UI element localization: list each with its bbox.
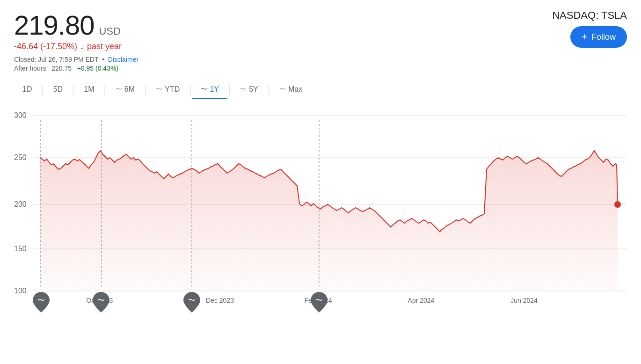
news-pin-2[interactable]: 〜 bbox=[93, 292, 109, 314]
tab-max[interactable]: 〜Max bbox=[271, 80, 311, 99]
tab-5y[interactable]: 〜5Y bbox=[232, 80, 267, 99]
disclaimer-link[interactable]: Disclaimer bbox=[108, 56, 138, 63]
price-currency: USD bbox=[99, 25, 120, 37]
after-hours-value: 220.75 bbox=[51, 65, 72, 72]
closed-text: Closed: Jul 26, 7:59 PM EDT bbox=[14, 56, 98, 63]
price-change-text: -46.64 (-17.50%) bbox=[14, 42, 77, 51]
tab-icon-5y: 〜 bbox=[240, 85, 247, 94]
after-hours: After hours 220.75 +0.95 (0.43%) bbox=[14, 65, 138, 72]
x-label-apr: Apr 2024 bbox=[408, 297, 435, 304]
nasdaq-block: NASDAQ: TSLA + Follow bbox=[552, 9, 627, 48]
follow-plus: + bbox=[582, 31, 588, 43]
y-label-300: 300 bbox=[14, 111, 27, 119]
nasdaq-label: NASDAQ: TSLA bbox=[552, 9, 627, 22]
chart-fill bbox=[40, 151, 618, 291]
news-pin-1[interactable]: 〜 bbox=[33, 292, 50, 314]
tab-5d[interactable]: 5D bbox=[45, 80, 71, 99]
price-value: 219.80 bbox=[14, 9, 94, 41]
svg-text:〜: 〜 bbox=[315, 296, 323, 304]
tab-ytd[interactable]: 〜YTD bbox=[147, 80, 188, 99]
tab-icon-ytd: 〜 bbox=[156, 85, 162, 94]
current-price-dot bbox=[614, 201, 621, 208]
y-label-150: 150 bbox=[14, 245, 27, 253]
y-label-100: 100 bbox=[14, 287, 27, 295]
tab-1m[interactable]: 1M bbox=[75, 80, 102, 99]
after-hours-change: +0.95 (0.43%) bbox=[77, 65, 118, 72]
after-hours-label: After hours bbox=[14, 65, 46, 72]
svg-text:〜: 〜 bbox=[188, 296, 196, 304]
price-change: -46.64 (-17.50%) ↓ past year bbox=[14, 42, 138, 51]
svg-text:〜: 〜 bbox=[37, 296, 45, 304]
x-label-jun: Jun 2024 bbox=[510, 297, 538, 304]
news-pin-3[interactable]: 〜 bbox=[183, 292, 200, 314]
price-change-arrow: ↓ bbox=[80, 42, 84, 51]
y-label-200: 200 bbox=[14, 200, 27, 208]
price-change-period: past year bbox=[87, 42, 122, 51]
tab-icon-6m: 〜 bbox=[116, 85, 122, 94]
follow-label: Follow bbox=[591, 32, 616, 42]
follow-button[interactable]: + Follow bbox=[570, 26, 627, 48]
tab-1d[interactable]: 1D bbox=[14, 80, 40, 99]
tab-1y[interactable]: 〜1Y bbox=[192, 80, 227, 99]
news-pin-4[interactable]: 〜 bbox=[311, 292, 328, 314]
x-label-dec: Dec 2023 bbox=[206, 297, 234, 304]
tab-icon-1y: 〜 bbox=[201, 85, 207, 94]
price-block: 219.80 USD -46.64 (-17.50%) ↓ past year … bbox=[14, 9, 138, 72]
y-label-250: 250 bbox=[14, 153, 27, 161]
time-period-tabs: 1D | 5D | 1M | 〜6M | 〜YTD | 〜1Y | 〜5Y | … bbox=[14, 80, 627, 99]
svg-text:〜: 〜 bbox=[97, 296, 105, 304]
stock-chart: 300 250 200 150 100 Oct 2023 Dec 2023 Fe… bbox=[14, 104, 627, 305]
price-meta: Closed: Jul 26, 7:59 PM EDT • Disclaimer bbox=[14, 54, 138, 65]
tab-6m[interactable]: 〜6M bbox=[107, 80, 143, 99]
tab-icon-max: 〜 bbox=[279, 85, 286, 94]
